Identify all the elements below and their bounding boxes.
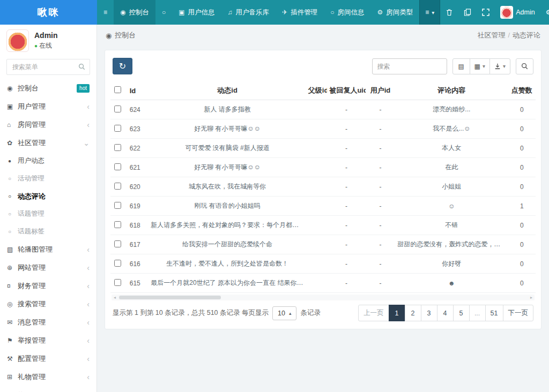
chevron-collapsed-icon: ‹	[87, 373, 90, 381]
money-icon: ¤	[7, 282, 18, 290]
dashboard-icon: ◉	[106, 32, 112, 40]
chevron-collapsed-icon: ‹	[87, 263, 90, 272]
header-post-id[interactable]: 动态id	[149, 81, 306, 100]
scrollbar-thumb[interactable]	[119, 296, 221, 299]
cell-likes: 1	[508, 197, 536, 216]
cell-reply-uid: -	[327, 158, 365, 177]
row-checkbox[interactable]	[114, 221, 121, 228]
admin-menu-button[interactable]: Admin	[495, 0, 540, 25]
sidebar-item-site-mgmt[interactable]: ⊕ 网站管理 ‹	[0, 259, 97, 277]
scroll-left-arrow-icon[interactable]: ◂	[112, 295, 118, 300]
copy-files-icon	[464, 9, 471, 16]
cell-post: 生不逢时，爱不逢人，所到之处皆是命数！	[149, 254, 306, 274]
fullscreen-button[interactable]	[477, 0, 495, 25]
table-search-input[interactable]	[372, 58, 447, 74]
sidebar-item-topic-mgmt[interactable]: ○ 话题管理	[0, 205, 97, 223]
sidebar-item-room-mgmt[interactable]: ⌂ 房间管理 ‹	[0, 116, 97, 134]
header-parent-id[interactable]: 父级id	[306, 81, 328, 100]
sidebar-item-carousel-mgmt[interactable]: ▧ 轮播图管理 ‹	[0, 240, 97, 259]
tab-room-info[interactable]: ○ 房间信息	[324, 0, 370, 25]
dashboard-icon: ◉	[7, 85, 18, 92]
pagination-next-button[interactable]: 下一页	[503, 305, 534, 321]
sidebar-item-goods-mgmt[interactable]: ▥ 物品管理 ‹	[0, 386, 97, 392]
topbar-right-cluster: ≡ ▾ Admin ⚙	[419, 0, 549, 25]
row-checkbox[interactable]	[114, 260, 121, 267]
sidebar-item-topic-tags[interactable]: ○ 话题标签	[0, 223, 97, 240]
cell-parent	[306, 274, 328, 293]
header-comment[interactable]: 评论内容	[395, 81, 508, 100]
row-checkbox[interactable]	[114, 163, 121, 170]
tab-dashboard[interactable]: ◉ 控制台	[114, 0, 155, 25]
tab-plugins[interactable]: ✈ 插件管理	[276, 0, 324, 25]
users-icon: ▣	[7, 103, 18, 110]
cell-id: 615	[125, 274, 149, 293]
sidebar-item-search-mgmt[interactable]: ◎ 搜索管理 ‹	[0, 295, 97, 313]
row-checkbox[interactable]	[114, 144, 121, 151]
scroll-right-arrow-icon[interactable]: ▸	[528, 295, 535, 300]
pagination-page-2[interactable]: 2	[405, 305, 421, 321]
cell-id: 622	[125, 139, 149, 158]
sidebar-item-finance-mgmt[interactable]: ¤ 财务管理 ‹	[0, 277, 97, 295]
row-checkbox[interactable]	[114, 279, 121, 286]
horizontal-scrollbar[interactable]: ◂ ▸	[112, 295, 535, 300]
chevron-collapsed-icon: ‹	[87, 355, 90, 363]
pagination-page-1[interactable]: 1	[389, 305, 405, 321]
sidebar-item-post-comments[interactable]: ○ 动态评论	[0, 187, 97, 205]
tab-list-dropdown-button[interactable]: ≡ ▾	[419, 0, 440, 25]
row-checkbox[interactable]	[114, 240, 121, 247]
header-reply-uid[interactable]: 被回复人uid	[327, 81, 365, 100]
sidebar-toggle-button[interactable]: ≡	[97, 0, 114, 25]
sidebar-item-message-mgmt[interactable]: ✉ 消息管理 ‹	[0, 313, 97, 331]
record-info-text: 显示第 1 到第 10 条记录，总共 510 条记录 每页显示	[113, 308, 269, 318]
sidebar-item-config-mgmt[interactable]: ⚒ 配置管理 ‹	[0, 350, 97, 368]
row-checkbox[interactable]	[114, 105, 121, 112]
row-checkbox[interactable]	[114, 183, 121, 190]
header-likes[interactable]: 点赞数	[508, 81, 536, 100]
toolbar-right: ▤ ▦ ▾ ▾	[372, 58, 533, 74]
cell-parent	[306, 235, 328, 254]
pagination-page-4[interactable]: 4	[437, 305, 454, 321]
pagination-page-5[interactable]: 5	[453, 305, 470, 321]
export-button[interactable]: ▾	[489, 58, 510, 74]
search-toggle-button[interactable]	[516, 58, 533, 74]
columns-visibility-button[interactable]: ▦ ▾	[470, 58, 490, 74]
clear-cache-button[interactable]	[440, 0, 458, 25]
sidebar-item-activity-mgmt[interactable]: ○ 活动管理	[0, 170, 97, 187]
common-search-toggle-button[interactable]: ▤	[452, 58, 470, 74]
per-page-select[interactable]: 10 ▴	[272, 306, 296, 320]
sidebar-item-dashboard[interactable]: ◉ 控制台 hot	[0, 79, 97, 97]
sidebar-item-user-posts[interactable]: ● 用户动态	[0, 152, 97, 170]
cell-user-id: -	[366, 254, 396, 274]
cell-comment: 不错	[395, 216, 508, 235]
breadcrumb: ◉ 控制台 社区管理/动态评论	[97, 25, 549, 46]
cell-post: 新人 请多多指教	[149, 100, 306, 119]
tab-room-type[interactable]: ⚙ 房间类型	[370, 0, 419, 25]
user-status: ●在线	[34, 41, 58, 50]
tab-user-info[interactable]: ▣ 用户信息	[172, 0, 221, 25]
row-checkbox[interactable]	[114, 202, 121, 209]
user-icon: ▣	[179, 9, 184, 16]
pagination-page-51[interactable]: 51	[485, 305, 503, 321]
cell-post: 给我安排一个甜甜的恋爱续个命	[149, 235, 306, 254]
sidebar-item-report-mgmt[interactable]: ⚑ 举报管理 ‹	[0, 331, 97, 350]
circle-o-icon: ○	[8, 176, 18, 182]
header-id[interactable]: Id	[125, 81, 149, 100]
sidebar-item-user-mgmt[interactable]: ▣ 用户管理 ‹	[0, 97, 97, 116]
wipe-all-cache-button[interactable]	[458, 0, 477, 25]
cell-reply-uid: -	[327, 100, 365, 119]
row-checkbox[interactable]	[114, 125, 121, 132]
settings-button[interactable]: ⚙	[540, 0, 549, 25]
refresh-button[interactable]: ↻	[113, 58, 132, 74]
select-all-checkbox[interactable]	[114, 86, 121, 93]
tab-label: 用户信息	[188, 8, 215, 17]
pagination-page-3[interactable]: 3	[421, 305, 437, 321]
chevron-collapsed-icon: ‹	[87, 300, 90, 308]
tab-user-music[interactable]: ♫ 用户音乐库	[221, 0, 276, 25]
sidebar-item-community-mgmt[interactable]: ✿ 社区管理 ⌄	[0, 134, 97, 152]
sidebar-item-gift-mgmt[interactable]: ⊞ 礼物管理 ‹	[0, 368, 97, 386]
menu-search-input[interactable]	[6, 59, 90, 75]
header-user-id[interactable]: 用户id	[366, 81, 396, 100]
cell-comment: 小姐姐	[395, 177, 508, 197]
tab-untitled[interactable]: ○	[155, 0, 172, 25]
breadcrumb-dashboard-link[interactable]: ◉ 控制台	[106, 31, 136, 40]
